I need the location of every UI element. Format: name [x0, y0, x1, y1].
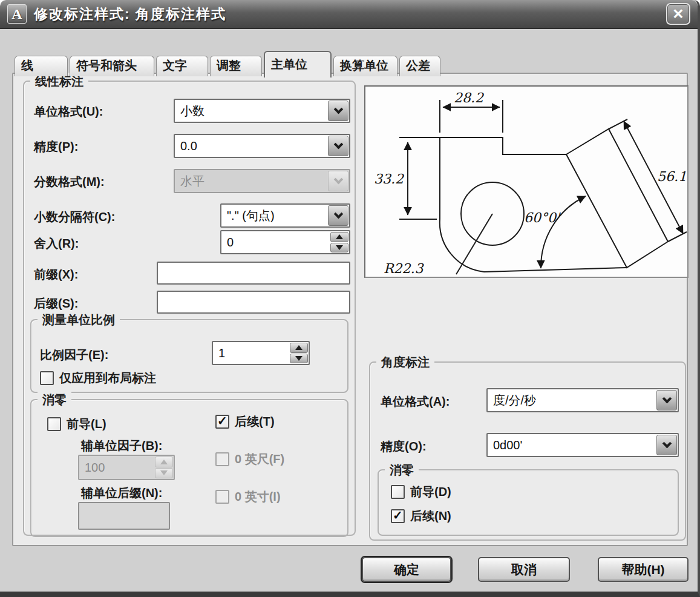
dialog-window: A 修改标注样式: 角度标注样式 ✕ 线 符号和箭头 文字 调整 主单位 换算单…: [0, 0, 700, 597]
angular-precision-select[interactable]: 0d00': [486, 433, 679, 457]
chevron-down-icon: [333, 209, 343, 219]
leading-zeros-label: 前导(L): [67, 416, 106, 432]
spin-up-button[interactable]: [330, 232, 348, 242]
angular-leading-checkbox[interactable]: ✓ 前导(D): [391, 484, 451, 500]
spin-up-button[interactable]: [290, 343, 308, 353]
tab-lines[interactable]: 线: [15, 56, 68, 76]
spin-down-button[interactable]: [330, 243, 348, 253]
close-icon: ✕: [672, 6, 684, 22]
chevron-down-icon: [662, 394, 672, 403]
subunit-factor-value: 100: [79, 461, 154, 475]
decimal-separator-value: "." (句点): [221, 208, 327, 224]
subunit-suffix-label: 辅单位后缀(N):: [81, 485, 162, 501]
chevron-down-icon: [333, 174, 343, 184]
dimension-preview: 28.2 33.2 56.1 60°0' R22.3: [364, 85, 689, 278]
angular-trailing-checkbox[interactable]: ✓ 后续(N): [391, 508, 451, 524]
angular-trailing-label: 后续(N): [410, 508, 451, 524]
checkbox-box: ✓: [40, 371, 54, 385]
angular-dimensions-group: 角度标注 单位格式(A): 度/分/秒 精度(O): 0d00' 消零 ✓ 前导…: [369, 361, 686, 541]
layout-only-checkbox[interactable]: ✓ 仅应用到布局标注: [40, 370, 156, 386]
arrow-down-icon: [295, 356, 303, 361]
dropdown-button[interactable]: [656, 390, 677, 411]
suffix-field[interactable]: [157, 291, 350, 314]
scale-factor-value: 1: [213, 346, 289, 360]
arrow-up-icon: [295, 345, 303, 350]
subunit-suffix-field: [78, 502, 170, 530]
dim-radius-value: R22.3: [384, 261, 425, 276]
dropdown-button[interactable]: [328, 136, 348, 156]
check-icon: ✓: [393, 508, 403, 523]
trailing-zeros-label: 后续(T): [235, 414, 275, 430]
prefix-label: 前缀(X):: [34, 266, 78, 283]
spin-down-button[interactable]: [290, 354, 308, 364]
round-off-label: 舍入(R):: [34, 236, 79, 252]
zero-suppression-angular-group: 消零 ✓ 前导(D) ✓ 后续(N): [378, 469, 679, 536]
unit-format-value: 小数: [175, 103, 327, 119]
chevron-down-icon: [662, 438, 672, 448]
dim-left-value: 33.2: [374, 171, 405, 186]
tab-tolerances[interactable]: 公差: [399, 56, 440, 76]
precision-label: 精度(P):: [34, 139, 78, 155]
tab-page-primary-units: 线性标注 单位格式(U): 小数 精度(P): 0.0 分数格式(M): 水平 …: [12, 73, 688, 546]
app-icon: A: [7, 4, 27, 24]
arrow-up-icon: [336, 234, 343, 239]
preview-image: 28.2 33.2 56.1 60°0' R22.3: [365, 87, 687, 277]
checkbox-box: ✓: [215, 490, 229, 504]
angular-unit-format-label: 单位格式(A):: [381, 394, 450, 410]
chevron-down-icon: [333, 104, 343, 114]
checkbox-box: ✓: [391, 485, 405, 499]
chevron-down-icon: [333, 139, 343, 149]
round-off-stepper[interactable]: 0: [220, 230, 350, 254]
zero-suppression-linear-group: 消零 ✓ 前导(L) 辅单位因子(B): 100 辅单位后缀(N): ✓ 后续(…: [30, 399, 348, 537]
spin-down-button: [155, 468, 173, 479]
unit-format-select[interactable]: 小数: [174, 99, 350, 123]
scale-factor-stepper[interactable]: 1: [212, 341, 310, 365]
fraction-format-label: 分数格式(M):: [34, 174, 105, 190]
tab-alternate-units[interactable]: 换算单位: [333, 56, 397, 76]
leading-zeros-checkbox[interactable]: ✓ 前导(L): [47, 416, 106, 432]
checkbox-box: ✓: [47, 417, 61, 431]
dim-top-value: 28.2: [454, 90, 485, 105]
zero-inches-checkbox: ✓ 0 英寸(I): [215, 489, 281, 505]
checkbox-box: ✓: [215, 452, 229, 466]
angular-zero-title: 消零: [385, 461, 419, 478]
zero-feet-label: 0 英尺(F): [235, 451, 284, 467]
decimal-separator-label: 小数分隔符(C):: [34, 209, 115, 225]
zero-inches-label: 0 英寸(I): [235, 489, 281, 505]
tab-primary-units[interactable]: 主单位: [264, 51, 332, 78]
dropdown-button[interactable]: [656, 435, 677, 455]
prefix-field[interactable]: [157, 262, 350, 285]
angular-precision-value: 0d00': [488, 438, 656, 452]
dropdown-button[interactable]: [328, 101, 348, 121]
tab-fit[interactable]: 调整: [210, 56, 262, 76]
checkbox-box: ✓: [215, 415, 229, 429]
arrow-up-icon: [160, 460, 168, 464]
subunit-factor-label: 辅单位因子(B):: [81, 438, 162, 454]
check-icon: ✓: [217, 414, 227, 428]
ok-button[interactable]: 确定: [362, 557, 451, 582]
measurement-scale-group: 测量单位比例 比例因子(E): 1 ✓ 仅应用到布局标注: [30, 319, 348, 393]
angular-unit-format-select[interactable]: 度/分/秒: [486, 388, 679, 412]
angular-precision-label: 精度(O):: [381, 438, 427, 455]
tab-symbols-arrows[interactable]: 符号和箭头: [70, 56, 154, 76]
precision-value: 0.0: [175, 139, 327, 153]
help-button[interactable]: 帮助(H): [598, 557, 689, 582]
scale-factor-label: 比例因子(E):: [40, 347, 108, 363]
trailing-zeros-checkbox[interactable]: ✓ 后续(T): [215, 414, 275, 430]
angular-unit-format-value: 度/分/秒: [488, 392, 656, 409]
cancel-button[interactable]: 取消: [478, 557, 570, 582]
spin-up-button: [155, 457, 173, 467]
zero-feet-checkbox: ✓ 0 英尺(F): [215, 451, 284, 467]
arrow-down-icon: [336, 245, 343, 250]
measurement-scale-title: 测量单位比例: [38, 311, 120, 328]
decimal-separator-select[interactable]: "." (句点): [220, 203, 350, 228]
zero-suppression-title: 消零: [38, 391, 71, 408]
tab-text[interactable]: 文字: [156, 56, 208, 76]
dropdown-button[interactable]: [328, 205, 348, 226]
dialog-title: 修改标注样式: 角度标注样式: [34, 5, 226, 24]
precision-select[interactable]: 0.0: [174, 134, 350, 158]
fraction-format-select: 水平: [174, 169, 350, 193]
close-button[interactable]: ✕: [666, 3, 690, 25]
unit-format-label: 单位格式(U):: [34, 104, 103, 120]
subunit-factor-stepper: 100: [78, 455, 175, 480]
